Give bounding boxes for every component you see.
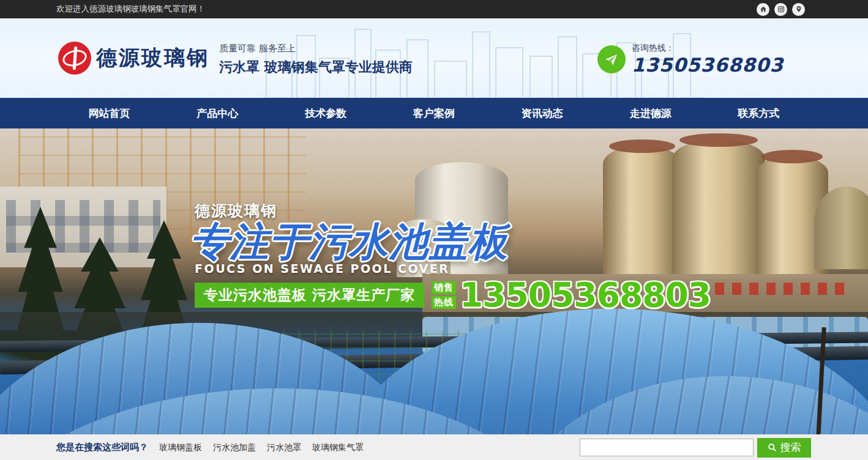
hotline-word-2: 热线 [432,296,456,309]
topbar: 欢迎进入德源玻璃钢玻璃钢集气罩官网！ [0,0,868,18]
hotline-word-1: 销售 [432,281,456,294]
logo-text: 德源玻璃钢 [96,44,209,72]
nav-item-news[interactable]: 资讯动态 [488,98,596,128]
keyword-link-pool-capping[interactable]: 污水池加盖 [213,442,256,453]
slogan-big: 污水罩 玻璃钢集气罩专业提供商 [219,58,413,76]
scene-dome-tank [814,187,868,269]
banner-hotline-label: 销售 热线 [432,281,456,309]
keyword-link-pool-cover[interactable]: 污水池罩 [267,442,301,453]
search-keywords-label: 您是在搜索这些词吗？ [56,442,148,453]
nav-item-specs[interactable]: 技术参数 [272,98,380,128]
banner-hotline-number: 13505368803 [460,278,711,312]
scene-wall-slogan [698,283,845,295]
welcome-text: 欢迎进入德源玻璃钢玻璃钢集气罩官网！ [56,4,205,15]
banner-hotline: 销售 热线 13505368803 [432,278,711,312]
banner-bottom-row: 专业污水池盖板 污水罩生产厂家 销售 热线 13505368803 [195,278,711,312]
nav-item-home[interactable]: 网站首页 [55,98,163,128]
scene-gold-tank [603,146,681,277]
hotline-number: 13505368803 [632,54,784,76]
search-icon [768,443,777,452]
banner-subtitle-en: FOUCS ON SEWAGE POOL COVER [195,262,449,275]
header-slogan: 质量可靠 服务至上 污水罩 玻璃钢集气罩专业提供商 [219,43,413,76]
search-button[interactable]: 搜索 [757,438,811,458]
banner-headline: 专注于污水池盖板 [190,215,508,269]
instagram-icon[interactable] [774,3,787,16]
hero-banner: 德源玻璃钢 专注于污水池盖板 FOUCS ON SEWAGE POOL COVE… [0,128,868,434]
main-nav: 网站首页 产品中心 技术参数 客户案例 资讯动态 走进德源 联系方式 [0,98,868,128]
site-header: 德源玻璃钢 质量可靠 服务至上 污水罩 玻璃钢集气罩专业提供商 咨询热线： 13… [0,18,868,98]
nav-item-cases[interactable]: 客户案例 [380,98,488,128]
nav-item-about[interactable]: 走进德源 [596,98,705,128]
nav-item-products[interactable]: 产品中心 [163,98,272,128]
header-hotline: 咨询热线： 13505368803 [597,43,784,76]
paper-plane-icon [597,45,626,73]
search-input[interactable] [580,439,754,456]
location-icon[interactable] [792,3,805,16]
slogan-small: 质量可靠 服务至上 [219,43,413,54]
nav-item-contact[interactable]: 联系方式 [705,98,813,128]
home-icon[interactable] [757,3,769,16]
logo[interactable]: 德源玻璃钢 [58,42,209,75]
scene-building [0,187,166,267]
hotline-label: 咨询热线： [632,43,784,54]
search-keywords: 您是在搜索这些词吗？ 玻璃钢盖板 污水池加盖 污水池罩 玻璃钢集气罩 [56,442,364,453]
search-button-label: 搜索 [780,440,801,454]
scene-gold-tank [672,139,765,279]
logo-icon [58,42,91,75]
banner-tagline: 专业污水池盖板 污水罩生产厂家 [195,283,424,308]
topbar-social-icons [757,3,805,16]
search-bar: 您是在搜索这些词吗？ 玻璃钢盖板 污水池加盖 污水池罩 玻璃钢集气罩 搜索 [0,434,868,460]
keyword-link-gas-collecting-hood[interactable]: 玻璃钢集气罩 [312,442,364,453]
search-controls: 搜索 [580,438,811,458]
keyword-link-frp-cover[interactable]: 玻璃钢盖板 [159,442,202,453]
